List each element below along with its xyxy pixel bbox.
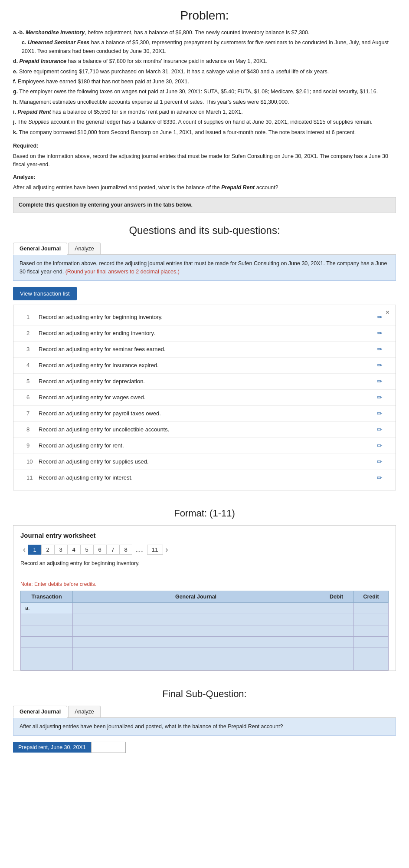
row-6-credit-input[interactable]	[357, 661, 385, 668]
final-title: Final Sub-Question:	[13, 688, 396, 700]
view-transaction-button[interactable]: View transaction list	[13, 287, 77, 300]
row-3-journal-input[interactable]	[76, 628, 315, 634]
transaction-num-10: 10	[26, 458, 39, 465]
row-2-trans[interactable]	[21, 614, 73, 625]
row-5-trans[interactable]	[21, 648, 73, 659]
format-section: Format: (1-11) Journal entry worksheet ‹…	[0, 508, 409, 680]
row-2-journal-input[interactable]	[76, 616, 315, 623]
row-6-trans[interactable]	[21, 659, 73, 670]
row-3-credit[interactable]	[354, 625, 389, 636]
row-6-journal[interactable]	[73, 659, 319, 670]
transaction-item-9: 9 Record an adjusting entry for rent. ✏	[13, 438, 396, 454]
prepaid-rent-input[interactable]	[91, 742, 126, 753]
questions-section: Questions and its sub-questions: General…	[0, 220, 409, 508]
transaction-item-2: 2 Record an adjusting entry for ending i…	[13, 326, 396, 342]
edit-icon-5[interactable]: ✏	[377, 378, 383, 385]
edit-icon-9[interactable]: ✏	[377, 442, 383, 450]
edit-icon-7[interactable]: ✏	[377, 410, 383, 418]
row-a-debit[interactable]	[319, 602, 354, 614]
instruction-text: Record an adjusting entry for beginning …	[20, 560, 140, 566]
page-dots: .....	[132, 545, 147, 554]
questions-title: Questions and its sub-questions:	[13, 224, 396, 237]
page-4[interactable]: 4	[67, 545, 80, 555]
problem-title: Problem:	[13, 9, 396, 23]
page-5[interactable]: 5	[80, 545, 93, 555]
transaction-item-3: 3 Record an adjusting entry for seminar …	[13, 342, 396, 358]
row-6-debit-input[interactable]	[323, 661, 350, 668]
transaction-label-5: Record an adjusting entry for depreciati…	[39, 378, 377, 385]
transaction-num-2: 2	[26, 330, 39, 336]
row-a-journal-input[interactable]	[76, 605, 315, 612]
row-2-credit[interactable]	[354, 614, 389, 625]
row-4-credit-input[interactable]	[357, 639, 385, 645]
transaction-label-10: Record an adjusting entry for supplies u…	[39, 458, 377, 465]
edit-icon-3[interactable]: ✏	[377, 345, 383, 353]
page-7[interactable]: 7	[106, 545, 119, 555]
transaction-num-6: 6	[26, 394, 39, 401]
edit-icon-1[interactable]: ✏	[377, 313, 383, 321]
row-3-debit-input[interactable]	[323, 628, 350, 634]
row-6-journal-input[interactable]	[76, 661, 315, 668]
row-3-debit[interactable]	[319, 625, 354, 636]
problem-line-j: j. The Supplies account in the general l…	[13, 118, 396, 126]
table-row-5	[21, 648, 389, 659]
transaction-num-5: 5	[26, 378, 39, 385]
problem-line-g: g. The employer owes the following taxes…	[13, 88, 396, 96]
row-2-credit-input[interactable]	[357, 616, 385, 623]
row-4-credit[interactable]	[354, 636, 389, 648]
transaction-item-1: 1 Record an adjusting entry for beginnin…	[13, 309, 396, 326]
row-5-debit[interactable]	[319, 648, 354, 659]
problem-line-ab: a.-b. Merchandise Inventory, before adju…	[13, 29, 396, 37]
page-11[interactable]: 11	[147, 545, 163, 555]
row-4-debit-input[interactable]	[323, 639, 350, 645]
row-4-journal-input[interactable]	[76, 639, 315, 645]
row-3-journal[interactable]	[73, 625, 319, 636]
final-tab-analyze[interactable]: Analyze	[68, 706, 100, 717]
row-a-debit-input[interactable]	[323, 605, 350, 612]
final-tab-bar: General Journal Analyze	[13, 706, 396, 718]
row-5-debit-input[interactable]	[323, 650, 350, 657]
edit-icon-11[interactable]: ✏	[377, 474, 383, 482]
row-4-journal[interactable]	[73, 636, 319, 648]
page-3[interactable]: 3	[54, 545, 67, 555]
edit-icon-10[interactable]: ✏	[377, 458, 383, 466]
row-4-trans[interactable]	[21, 636, 73, 648]
row-5-journal[interactable]	[73, 648, 319, 659]
page-6[interactable]: 6	[93, 545, 106, 555]
row-6-debit[interactable]	[319, 659, 354, 670]
next-page-arrow[interactable]: ›	[163, 544, 171, 555]
edit-icon-8[interactable]: ✏	[377, 426, 383, 434]
transaction-label-2: Record an adjusting entry for ending inv…	[39, 330, 377, 336]
final-tab-general-journal[interactable]: General Journal	[13, 706, 67, 718]
edit-icon-2[interactable]: ✏	[377, 329, 383, 337]
page-1[interactable]: 1	[28, 545, 41, 555]
edit-icon-4[interactable]: ✏	[377, 362, 383, 369]
row-2-debit-input[interactable]	[323, 616, 350, 623]
row-5-credit-input[interactable]	[357, 650, 385, 657]
row-4-debit[interactable]	[319, 636, 354, 648]
close-icon[interactable]: ×	[386, 309, 389, 316]
row-a-credit-input[interactable]	[357, 605, 385, 612]
table-row-a: a.	[21, 602, 389, 614]
prepaid-rent-row: Prepaid rent, June 30, 20X1	[13, 742, 396, 753]
row-6-credit[interactable]	[354, 659, 389, 670]
prev-page-arrow[interactable]: ‹	[20, 544, 28, 555]
edit-icon-6[interactable]: ✏	[377, 394, 383, 401]
row-a-credit[interactable]	[354, 602, 389, 614]
row-2-debit[interactable]	[319, 614, 354, 625]
round-note: (Round your final answers to 2 decimal p…	[65, 269, 180, 275]
transaction-label-6: Record an adjusting entry for wages owed…	[39, 394, 377, 401]
final-info-text: After all adjusting entries have been jo…	[20, 723, 283, 730]
page-8[interactable]: 8	[119, 545, 132, 555]
row-a-journal[interactable]	[73, 602, 319, 614]
transaction-label-11: Record an adjusting entry for interest.	[39, 474, 377, 481]
page-2[interactable]: 2	[41, 545, 54, 555]
row-3-credit-input[interactable]	[357, 628, 385, 634]
row-2-journal[interactable]	[73, 614, 319, 625]
tab-general-journal[interactable]: General Journal	[13, 243, 67, 255]
row-5-journal-input[interactable]	[76, 650, 315, 657]
transaction-num-11: 11	[26, 474, 39, 481]
tab-analyze[interactable]: Analyze	[68, 243, 100, 254]
row-5-credit[interactable]	[354, 648, 389, 659]
row-3-trans[interactable]	[21, 625, 73, 636]
